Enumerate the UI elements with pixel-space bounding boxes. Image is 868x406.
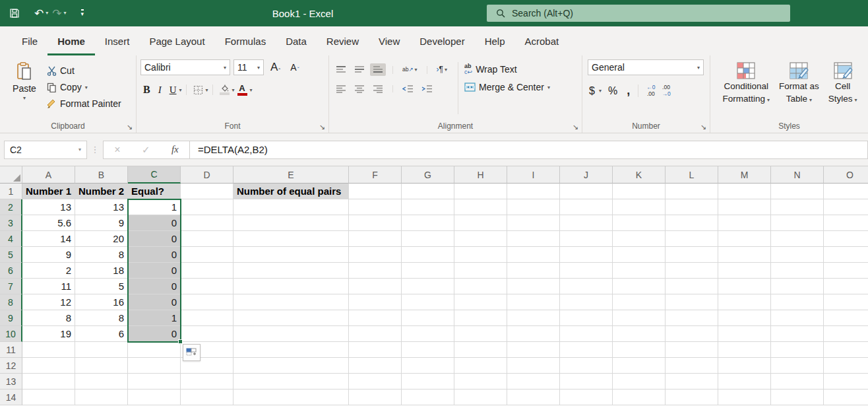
column-header-A[interactable]: A [22,166,75,184]
column-header-I[interactable]: I [507,166,560,184]
tab-insert[interactable]: Insert [95,26,140,55]
underline-button[interactable]: U [167,83,179,98]
cell-J10[interactable] [560,326,613,342]
row-header-6[interactable]: 6 [0,263,22,279]
cell-G2[interactable] [402,199,454,215]
cell-G5[interactable] [402,247,454,263]
cell-K6[interactable] [613,263,666,279]
bottom-align-button[interactable] [370,63,386,76]
cell-F13[interactable] [349,374,402,389]
font-color-dropdown-icon[interactable]: ▾ [250,87,253,93]
cell-G14[interactable] [402,389,454,405]
font-family-combo[interactable]: Calibri ▾ [140,59,230,75]
cell-F6[interactable] [349,263,402,279]
cell-M9[interactable] [718,310,771,326]
cell-F14[interactable] [349,389,402,405]
cell-K4[interactable] [613,231,666,247]
tab-page-layout[interactable]: Page Layout [139,26,214,55]
grow-font-button[interactable]: Aˆ [267,59,284,75]
cell-L13[interactable] [666,374,718,389]
column-header-F[interactable]: F [349,166,402,184]
enter-button[interactable]: ✓ [142,144,150,156]
cell-I1[interactable] [507,184,560,199]
cell-M1[interactable] [718,184,771,199]
row-header-7[interactable]: 7 [0,279,22,294]
cell-C7[interactable]: 0 [128,279,181,294]
row-header-3[interactable]: 3 [0,215,22,231]
cell-C12[interactable] [128,358,181,374]
cell-G8[interactable] [402,294,454,310]
cell-K13[interactable] [613,374,666,389]
cell-H14[interactable] [454,389,507,405]
cell-K8[interactable] [613,294,666,310]
cell-G10[interactable] [402,326,454,342]
cell-B1[interactable]: Number 2 [75,184,128,199]
wrap-text-button[interactable]: ab c↩ Wrap Text [462,63,552,76]
cell-A5[interactable]: 9 [22,247,75,263]
cell-O9[interactable] [824,310,868,326]
cell-H12[interactable] [454,358,507,374]
cell-H13[interactable] [454,374,507,389]
cut-button[interactable]: Cut [45,65,123,77]
clipboard-dialog-launcher[interactable]: ↘ [127,123,133,131]
cell-M4[interactable] [718,231,771,247]
cell-F12[interactable] [349,358,402,374]
column-header-B[interactable]: B [75,166,128,184]
column-header-D[interactable]: D [181,166,233,184]
cell-F7[interactable] [349,279,402,294]
cell-A9[interactable]: 8 [22,310,75,326]
fill-handle[interactable] [178,339,183,344]
cell-F4[interactable] [349,231,402,247]
cell-J5[interactable] [560,247,613,263]
align-left-button[interactable] [333,83,349,95]
tab-help[interactable]: Help [475,26,515,55]
cell-C8[interactable]: 0 [128,294,181,310]
cell-L12[interactable] [666,358,718,374]
insert-function-button[interactable]: fx [171,144,179,155]
cell-E8[interactable] [233,294,349,310]
cell-E6[interactable] [233,263,349,279]
cell-J2[interactable] [560,199,613,215]
cell-D1[interactable] [181,184,233,199]
cancel-button[interactable]: × [114,144,120,156]
row-header-2[interactable]: 2 [0,199,22,215]
cell-N4[interactable] [771,231,824,247]
cell-O11[interactable] [824,342,868,358]
cell-M8[interactable] [718,294,771,310]
formula-bar-grip[interactable]: ⋮ [87,145,103,154]
column-header-L[interactable]: L [666,166,718,184]
undo-button[interactable]: ↶▾ [34,8,48,19]
row-header-12[interactable]: 12 [0,358,22,374]
cell-J13[interactable] [560,374,613,389]
number-format-combo[interactable]: General ▾ [588,59,704,75]
cell-B7[interactable]: 5 [75,279,128,294]
percent-style-button[interactable]: % [603,83,623,99]
cell-O2[interactable] [824,199,868,215]
cell-M14[interactable] [718,389,771,405]
copy-button[interactable]: Copy ▾ [45,81,123,93]
redo-button[interactable]: ↷▾ [52,8,66,19]
font-dialog-launcher[interactable]: ↘ [319,123,325,131]
cell-E11[interactable] [233,342,349,358]
row-header-4[interactable]: 4 [0,231,22,247]
cell-H2[interactable] [454,199,507,215]
comma-style-button[interactable]: , [624,82,633,100]
cell-K14[interactable] [613,389,666,405]
cell-O14[interactable] [824,389,868,405]
cell-B8[interactable]: 16 [75,294,128,310]
shrink-font-button[interactable]: Aˇ [287,61,302,74]
row-header-8[interactable]: 8 [0,294,22,310]
merge-center-dropdown-icon[interactable]: ▾ [547,85,550,90]
cell-I14[interactable] [507,389,560,405]
cell-N12[interactable] [771,358,824,374]
cell-I12[interactable] [507,358,560,374]
cell-O1[interactable] [824,184,868,199]
copy-dropdown-icon[interactable]: ▾ [85,85,88,90]
cell-O8[interactable] [824,294,868,310]
cell-E12[interactable] [233,358,349,374]
tab-view[interactable]: View [369,26,410,55]
cell-A10[interactable]: 19 [22,326,75,342]
cell-E10[interactable] [233,326,349,342]
cell-K12[interactable] [613,358,666,374]
column-header-G[interactable]: G [402,166,454,184]
